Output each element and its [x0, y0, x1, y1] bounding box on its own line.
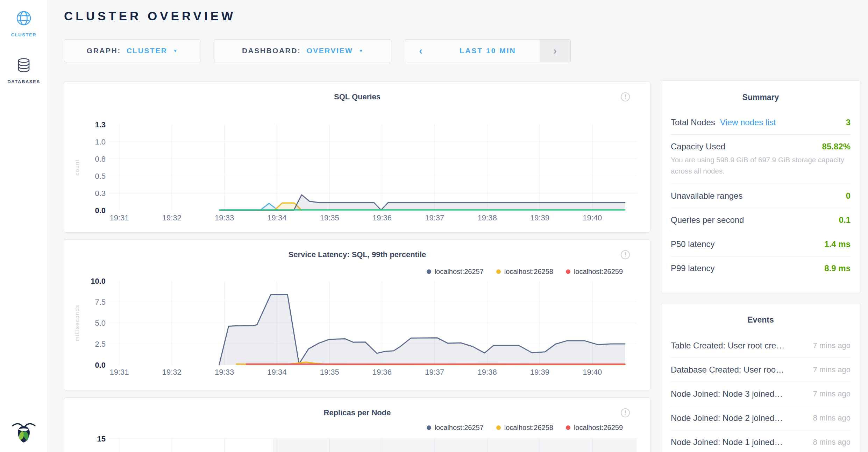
info-icon[interactable]: !	[621, 250, 630, 259]
legend-label: localhost:26259	[574, 424, 623, 432]
event-row: Node Joined: Node 3 joined…7 mins ago	[671, 382, 851, 406]
event-text: Database Created: User roo…	[671, 365, 784, 375]
chevron-down-icon: ▼	[173, 49, 178, 53]
svg-text:0.3: 0.3	[95, 189, 106, 198]
svg-text:19:37: 19:37	[425, 213, 444, 222]
legend-label: localhost:26257	[435, 268, 484, 276]
time-prev-button[interactable]: ‹	[405, 40, 436, 62]
event-time: 8 mins ago	[813, 414, 851, 423]
svg-text:19:38: 19:38	[478, 213, 497, 222]
svg-text:19:40: 19:40	[583, 213, 602, 222]
legend-label: localhost:26257	[435, 424, 484, 432]
main-content: CLUSTER OVERVIEW GRAPH: CLUSTER ▼ DASHBO…	[48, 0, 868, 452]
sql-queries-plot: 0.00.30.50.81.01.319:3119:3219:3319:3419…	[64, 82, 650, 232]
summary-row: Queries per second0.1	[671, 208, 851, 232]
summary-row-value: 85.82%	[822, 142, 851, 151]
legend-item[interactable]: localhost:26258	[496, 424, 553, 432]
chevron-down-icon: ▼	[358, 49, 363, 53]
time-next-button[interactable]: ›	[540, 40, 570, 62]
cockroachdb-logo[interactable]	[10, 420, 37, 446]
summary-row-label: Queries per second	[671, 215, 744, 225]
svg-text:19:35: 19:35	[320, 368, 339, 376]
events-title: Events	[671, 303, 851, 325]
legend-item[interactable]: localhost:26258	[496, 268, 553, 276]
time-range-button[interactable]: LAST 10 MIN	[436, 40, 540, 62]
summary-row: Capacity Used85.82%You are using 598.9 G…	[671, 135, 851, 184]
summary-row: Total NodesView nodes list3	[671, 111, 851, 135]
event-row: Database Created: User roo…7 mins ago	[671, 358, 851, 382]
legend-label: localhost:26258	[504, 268, 553, 276]
svg-text:19:34: 19:34	[267, 213, 286, 222]
legend-label: localhost:26259	[574, 268, 623, 276]
dashboard-dropdown[interactable]: DASHBOARD: OVERVIEW ▼	[214, 39, 391, 62]
sidebar-item-databases[interactable]: DATABASES	[0, 57, 48, 84]
view-nodes-list-link[interactable]: View nodes list	[720, 118, 776, 127]
event-text: Node Joined: Node 1 joined…	[671, 437, 783, 447]
dashboard-dropdown-value: OVERVIEW	[306, 47, 353, 55]
events-panel: Events Table Created: User root cre…7 mi…	[661, 303, 860, 452]
event-row: Node Joined: Node 2 joined…8 mins ago	[671, 406, 851, 430]
summary-row-value: 3	[846, 118, 851, 127]
svg-text:19:33: 19:33	[215, 368, 234, 376]
legend-item[interactable]: localhost:26259	[566, 424, 623, 432]
event-row: Node Joined: Node 1 joined…8 mins ago	[671, 430, 851, 452]
event-text: Node Joined: Node 2 joined…	[671, 413, 783, 423]
summary-title: Summary	[671, 81, 851, 102]
svg-text:milliseconds: milliseconds	[74, 304, 80, 341]
legend-dot-icon	[427, 425, 431, 430]
chart-title: Replicas per Node	[64, 408, 650, 417]
summary-row-label: Capacity Used	[671, 142, 725, 151]
svg-text:10.0: 10.0	[91, 277, 106, 285]
sidebar: CLUSTER DATABASES	[0, 0, 48, 452]
summary-row-value: 0	[846, 191, 851, 201]
svg-text:1.0: 1.0	[95, 137, 106, 146]
svg-text:0.5: 0.5	[95, 172, 106, 181]
database-icon	[15, 57, 32, 75]
summary-row-label: P99 latency	[671, 263, 714, 273]
svg-text:0.8: 0.8	[95, 155, 106, 163]
summary-row-label: P50 latency	[671, 239, 714, 249]
svg-text:19:39: 19:39	[530, 213, 549, 222]
summary-row: P99 latency8.9 ms	[671, 256, 851, 280]
summary-row-value: 8.9 ms	[824, 263, 851, 273]
svg-text:7.5: 7.5	[95, 298, 106, 306]
summary-row: P50 latency1.4 ms	[671, 232, 851, 256]
sidebar-item-label: CLUSTER	[11, 32, 37, 37]
event-time: 7 mins ago	[813, 389, 851, 398]
svg-text:19:32: 19:32	[162, 368, 182, 376]
legend-dot-icon	[566, 425, 570, 430]
legend-item[interactable]: localhost:26257	[427, 424, 484, 432]
toolbar: GRAPH: CLUSTER ▼ DASHBOARD: OVERVIEW ▼ ‹…	[64, 39, 571, 62]
summary-panel: Summary Total NodesView nodes list3Capac…	[661, 80, 860, 293]
side-column: Summary Total NodesView nodes list3Capac…	[661, 80, 860, 452]
time-range-selector: ‹ LAST 10 MIN ›	[405, 39, 571, 62]
info-icon[interactable]: !	[621, 92, 630, 101]
event-text: Table Created: User root cre…	[671, 341, 784, 351]
chart-card-service-latency: Service Latency: SQL, 99th percentile ! …	[64, 239, 650, 390]
sidebar-item-cluster[interactable]: CLUSTER	[0, 10, 48, 37]
events-rows: Table Created: User root cre…7 mins agoD…	[671, 334, 851, 452]
graph-dropdown[interactable]: GRAPH: CLUSTER ▼	[64, 39, 200, 62]
svg-text:0.0: 0.0	[95, 206, 106, 215]
summary-rows: Total NodesView nodes list3Capacity Used…	[671, 111, 851, 280]
chart-legend: localhost:26257localhost:26258localhost:…	[427, 424, 623, 432]
svg-text:19:40: 19:40	[583, 368, 602, 376]
cockroach-bug-icon	[10, 420, 37, 444]
event-text: Node Joined: Node 3 joined…	[671, 389, 783, 399]
chart-card-sql-queries: SQL Queries ! 0.00.30.50.81.01.319:3119:…	[64, 82, 650, 233]
summary-row: Unavailable ranges0	[671, 184, 851, 208]
chart-card-replicas-per-node: Replicas per Node ! localhost:26257local…	[64, 397, 650, 452]
svg-text:count: count	[74, 159, 80, 176]
cluster-overview-page: CLUSTER DATABASES	[0, 0, 868, 452]
page-title: CLUSTER OVERVIEW	[64, 9, 236, 23]
info-icon[interactable]: !	[621, 408, 630, 417]
svg-text:19:34: 19:34	[267, 368, 286, 376]
svg-text:19:31: 19:31	[109, 213, 129, 222]
summary-row-value: 0.1	[839, 215, 851, 225]
charts-column: SQL Queries ! 0.00.30.50.81.01.319:3119:…	[64, 82, 650, 452]
svg-text:1.3: 1.3	[95, 120, 106, 129]
legend-item[interactable]: localhost:26257	[427, 268, 484, 276]
event-time: 7 mins ago	[813, 365, 851, 374]
sidebar-item-label: DATABASES	[7, 79, 40, 84]
legend-item[interactable]: localhost:26259	[566, 268, 623, 276]
